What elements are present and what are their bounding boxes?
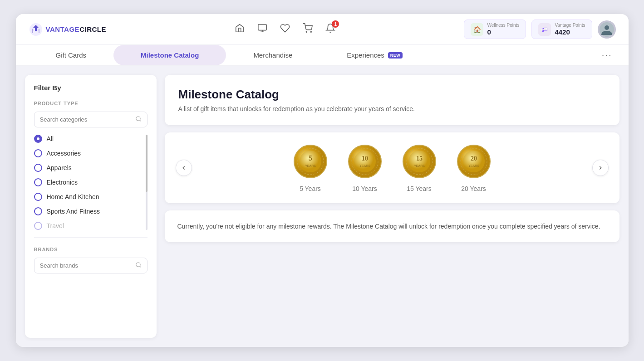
category-list: All Accessories Apparels Electronics Hom… — [34, 135, 147, 230]
brands-search-icon — [135, 262, 142, 269]
category-accessories-label: Accessories — [47, 150, 81, 157]
year-label-20: 20 Years — [461, 185, 486, 192]
brands-section: BRANDS — [34, 247, 147, 273]
notification-badge: 1 — [332, 20, 339, 28]
svg-text:15: 15 — [416, 155, 423, 162]
filter-by-label: Filter By — [34, 84, 147, 92]
svg-text:YEARS: YEARS — [468, 164, 479, 167]
points-area: 🏠 Wellness Points 0 🏷 Vantage Points 442… — [464, 20, 615, 39]
svg-point-3 — [311, 31, 312, 32]
logo-text: VANTAGECIRCLE — [46, 25, 106, 33]
svg-text:20: 20 — [471, 155, 477, 162]
monitor-icon[interactable] — [257, 23, 267, 35]
years-items: 5 YEARS — [199, 143, 585, 192]
vantage-icon: 🏷 — [538, 23, 551, 36]
radio-accessories — [34, 149, 42, 157]
years-carousel: 5 YEARS — [165, 132, 619, 203]
tab-milestone-catalog[interactable]: Milestone Catalog — [113, 45, 226, 65]
search-categories-input[interactable] — [40, 116, 132, 123]
year-item-15[interactable]: 15 YEARS — [401, 143, 438, 192]
svg-text:YEARS: YEARS — [305, 164, 316, 167]
category-home-kitchen[interactable]: Home And Kitchen — [34, 193, 147, 201]
tab-experiences[interactable]: Experiences NEW — [320, 45, 430, 65]
user-avatar[interactable] — [598, 20, 616, 39]
medal-20: 20 YEARS — [456, 143, 492, 180]
logo: VANTAGECIRCLE — [29, 22, 106, 37]
catalog-desc: A list of gift items that unlocks for re… — [178, 105, 606, 112]
carousel-prev-button[interactable] — [176, 160, 192, 176]
nav-tabs: Gift Cards Milestone Catalog Merchandise… — [16, 45, 629, 66]
category-home-kitchen-label: Home And Kitchen — [47, 193, 99, 200]
vantage-info: Vantage Points 4420 — [555, 23, 585, 36]
category-sports-fitness[interactable]: Sports And Fitness — [34, 207, 147, 215]
category-travel[interactable]: Travel — [34, 222, 147, 230]
wellness-icon: 🏠 — [471, 23, 483, 36]
sidebar: Filter By PRODUCT TYPE All Acc — [25, 75, 157, 338]
search-icon — [135, 116, 142, 123]
radio-electronics — [34, 178, 42, 186]
year-label-15: 15 Years — [407, 185, 432, 192]
category-apparels-label: Apparels — [47, 164, 72, 171]
nav-icons: 1 — [115, 23, 455, 35]
medal-5: 5 YEARS — [292, 143, 329, 180]
cart-icon[interactable] — [303, 23, 313, 35]
logo-icon — [29, 22, 43, 37]
category-sports-fitness-label: Sports And Fitness — [47, 208, 100, 215]
product-type-label: PRODUCT TYPE — [34, 101, 147, 106]
more-button[interactable]: ··· — [598, 46, 616, 64]
category-search-box[interactable] — [34, 112, 147, 127]
svg-text:10: 10 — [362, 155, 368, 162]
svg-point-7 — [136, 263, 140, 267]
wellness-points-card: 🏠 Wellness Points 0 — [464, 20, 526, 39]
wellness-info: Wellness Points 0 — [487, 23, 519, 36]
search-brands-input[interactable] — [40, 262, 132, 269]
brands-search-box[interactable] — [34, 258, 147, 273]
content-area: Milestone Catalog A list of gift items t… — [165, 75, 619, 338]
radio-home-kitchen — [34, 193, 42, 201]
tab-gift-cards[interactable]: Gift Cards — [29, 45, 114, 65]
year-label-5: 5 Years — [300, 185, 321, 192]
svg-point-6 — [136, 117, 140, 121]
vantage-points-card: 🏷 Vantage Points 4420 — [531, 20, 592, 39]
tab-merchandise[interactable]: Merchandise — [226, 45, 320, 65]
year-label-10: 10 Years — [352, 185, 377, 192]
category-all[interactable]: All — [34, 135, 147, 143]
home-icon[interactable] — [235, 23, 245, 35]
year-item-10[interactable]: 10 YEARS — [347, 143, 383, 192]
catalog-title: Milestone Catalog — [178, 88, 606, 102]
eligibility-card: Currently, you're not eligible for any m… — [165, 210, 619, 242]
radio-all — [34, 135, 42, 143]
year-item-20[interactable]: 20 YEARS — [456, 143, 492, 192]
year-item-5[interactable]: 5 YEARS — [292, 143, 329, 192]
filter-divider — [34, 237, 147, 238]
category-all-label: All — [47, 135, 54, 142]
svg-text:YEARS: YEARS — [414, 164, 425, 167]
svg-rect-1 — [258, 24, 266, 30]
catalog-header-card: Milestone Catalog A list of gift items t… — [165, 75, 619, 125]
category-accessories[interactable]: Accessories — [34, 149, 147, 157]
carousel-next-button[interactable] — [592, 160, 609, 176]
radio-sports-fitness — [34, 207, 42, 215]
heart-icon[interactable] — [280, 23, 290, 35]
category-electronics-label: Electronics — [47, 179, 78, 186]
new-badge: NEW — [388, 52, 403, 59]
medal-10: 10 YEARS — [347, 143, 383, 180]
category-apparels[interactable]: Apparels — [34, 164, 147, 172]
svg-point-5 — [605, 25, 609, 30]
app-container: VANTAGECIRCLE — [16, 14, 629, 347]
header: VANTAGECIRCLE — [16, 14, 629, 45]
scrollbar-track — [146, 135, 147, 230]
radio-travel — [34, 222, 42, 230]
svg-text:YEARS: YEARS — [359, 164, 370, 167]
eligibility-text: Currently, you're not eligible for any m… — [177, 221, 607, 231]
scrollbar-thumb — [146, 135, 147, 192]
medal-15: 15 YEARS — [401, 143, 438, 180]
category-travel-label: Travel — [47, 222, 64, 229]
radio-apparels — [34, 164, 42, 172]
category-electronics[interactable]: Electronics — [34, 178, 147, 186]
main-content: Filter By PRODUCT TYPE All Acc — [16, 66, 629, 347]
svg-text:5: 5 — [309, 154, 312, 162]
svg-point-2 — [306, 31, 307, 32]
brands-label: BRANDS — [34, 247, 147, 252]
bell-icon[interactable]: 1 — [325, 23, 335, 35]
